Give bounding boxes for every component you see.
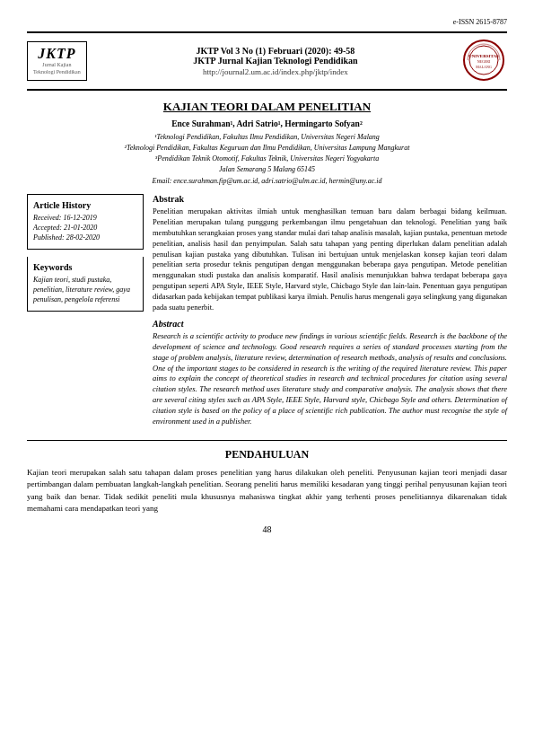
jktp-logo-box: JKTP Jurnal Kajian Teknologi Pendidikan [27,41,87,81]
jktp-logo-sub1: Jurnal Kajian [33,62,81,69]
col-left: Article History Received: 16-12-2019 Acc… [27,194,144,433]
svg-text:NEGERI: NEGERI [477,59,491,64]
keywords-title: Keywords [33,262,137,272]
header-url: http://journal2.um.ac.id/index.php/jktp/… [98,67,453,76]
header-journal: JKTP Jurnal Kajian Teknologi Pendidikan [98,56,453,66]
received-label: Received: [33,214,62,222]
published-item: Published: 28-02-2020 [33,233,137,242]
abstract-en-title: Abstract [153,319,507,329]
authors: Ence Surahman¹, Adri Satrio¹, Hermingart… [27,119,507,128]
accepted-label: Accepted: [33,224,62,232]
section-divider [27,440,507,441]
top-bar: e-ISSN 2615-8787 [27,18,507,26]
article-history-title: Article History [33,200,137,210]
issn-text: e-ISSN 2615-8787 [453,18,507,26]
pendahuluan-title: PENDAHULUAN [27,448,507,462]
jktp-logo-title: JKTP [33,46,81,62]
jktp-logo-sub2: Teknologi Pendidikan [33,69,81,76]
article-history-box: Article History Received: 16-12-2019 Acc… [27,194,144,250]
affiliations: ¹Teknologi Pendidikan, Fakultas Ilmu Pen… [27,132,507,175]
header-logo: UNIVERSITAS NEGERI MALANG [462,39,507,84]
published-label: Published: [33,233,65,242]
affiliation2: ²Teknologi Pendidikan, Fakultas Keguruan… [27,143,507,154]
svg-text:MALANG: MALANG [476,65,492,69]
pendahuluan-text: Kajian teori merupakan salah satu tahapa… [27,467,507,515]
abstract-en-text: Research is a scientific activity to pro… [153,331,507,427]
header-center: JKTP Vol 3 No (1) Februari (2020): 49-58… [98,46,453,76]
received-date: 16-12-2019 [64,214,97,222]
abstract-text: Penelitian merupakan aktivitas ilmiah un… [153,207,507,313]
affiliation3: ³Pendidikan Teknik Otomotif, Fakultas Te… [27,154,507,164]
published-date: 28-02-2020 [66,233,100,242]
received-item: Received: 16-12-2019 [33,214,137,222]
keywords-text: Kajian teori, studi pustaka, penelitian,… [33,275,137,305]
accepted-date: 21-01-2020 [64,224,97,232]
affiliation1: ¹Teknologi Pendidikan, Fakultas Ilmu Pen… [27,132,507,143]
abstract-title: Abstrak [153,194,507,204]
address: Jalan Semarang 5 Malang 65145 [27,164,507,175]
two-col-section: Article History Received: 16-12-2019 Acc… [27,194,507,433]
article-title: KAJIAN TEORI DALAM PENELITIAN [27,100,507,114]
keywords-section: Keywords Kajian teori, studi pustaka, pe… [27,257,144,312]
header-vol: JKTP Vol 3 No (1) Februari (2020): 49-58 [98,46,453,56]
email-line: Email: ence.surahman.fip@um.ac.id, adri.… [27,177,507,185]
header-section: JKTP Jurnal Kajian Teknologi Pendidikan … [27,31,507,91]
page-number: 48 [27,524,507,534]
accepted-item: Accepted: 21-01-2020 [33,224,137,232]
svg-text:UNIVERSITAS: UNIVERSITAS [468,54,499,58]
abstract-section: Abstrak Penelitian merupakan aktivitas i… [153,194,507,427]
col-right: Abstrak Penelitian merupakan aktivitas i… [153,194,507,433]
